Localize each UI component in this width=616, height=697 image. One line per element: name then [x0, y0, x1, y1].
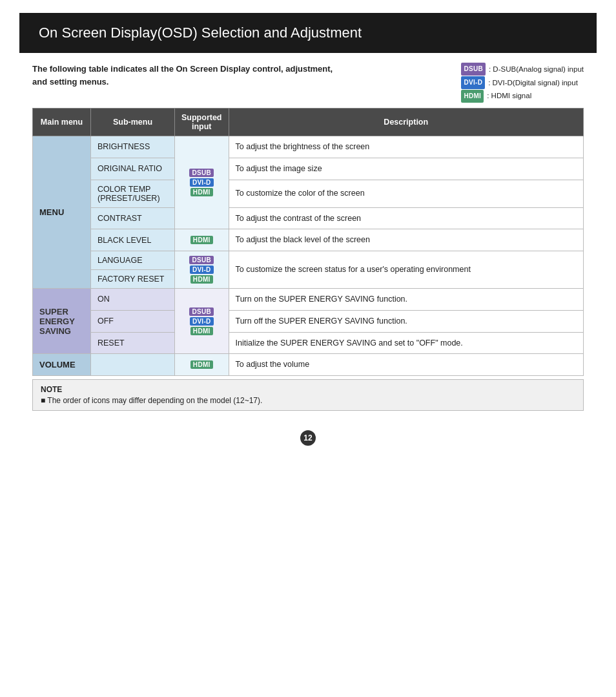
badge-hdmi: HDMI: [461, 90, 484, 103]
main-menu-menu: MENU: [33, 136, 91, 289]
main-menu-super-energy: SUPERENERGYSAVING: [33, 289, 91, 354]
badge-dvid-brightness: DVI-D: [190, 178, 214, 187]
legend-label-hdmi: : HDMI signal: [487, 89, 531, 103]
table-row: COLOR TEMP(PRESET/USER) To customize the…: [33, 180, 584, 207]
desc-ses-reset: Initialize the SUPER ENERGY SAVING and s…: [229, 332, 584, 354]
badge-dsub-brightness: DSUB: [189, 169, 214, 177]
page-title: On Screen Display(OSD) Selection and Adj…: [39, 25, 362, 41]
intro-legend-area: The following table indicates all the On…: [32, 63, 584, 103]
note-text: ■ The order of icons may differ dependin…: [41, 396, 575, 405]
col-header-main-menu: Main menu: [33, 109, 91, 136]
col-header-supported-input: Supported input: [175, 109, 229, 136]
badge-dsub-language: DSUB: [189, 256, 214, 264]
submenu-black-level: BLACK LEVEL: [91, 229, 175, 251]
table-row: RESET Initialize the SUPER ENERGY SAVING…: [33, 332, 584, 354]
desc-ses-on: Turn on the SUPER ENERGY SAVING function…: [229, 289, 584, 311]
table-row: SUPERENERGYSAVING ON DSUB DVI-D HDMI Tur…: [33, 289, 584, 311]
input-black-level: HDMI: [175, 229, 229, 251]
badge-hdmi-blacklevel: HDMI: [190, 236, 213, 244]
note-title: NOTE: [41, 385, 575, 394]
input-language-group: DSUB DVI-D HDMI: [175, 251, 229, 289]
badge-dvid: DVI-D: [461, 76, 485, 89]
desc-language-factory: To customize the screen status for a use…: [229, 251, 584, 289]
legend-item-dvid: DVI-D : DVI-D(Digital signal) input: [461, 76, 584, 90]
badge-hdmi-brightness: HDMI: [190, 188, 213, 196]
table-row: VOLUME HDMI To adjust the volume: [33, 354, 584, 376]
legend-label-dvid: : DVI-D(Digital signal) input: [488, 76, 578, 90]
submenu-language: LANGUAGE: [91, 251, 175, 270]
badge-dvid-ses: DVI-D: [190, 317, 214, 326]
page-number-area: 12: [0, 430, 616, 446]
input-brightness-group: DSUB DVI-D HDMI: [175, 136, 229, 229]
badge-hdmi-volume: HDMI: [190, 360, 213, 369]
submenu-contrast: CONTRAST: [91, 207, 175, 229]
desc-original-ratio: To adjust the image size: [229, 158, 584, 180]
submenu-factory-reset: FACTORY RESET: [91, 270, 175, 289]
page-number: 12: [300, 430, 316, 446]
submenu-original-ratio: ORIGINAL RATIO: [91, 158, 175, 180]
table-row: OFF Turn off the SUPER ENERGY SAVING fun…: [33, 310, 584, 332]
page-wrapper: On Screen Display(OSD) Selection and Adj…: [0, 13, 616, 697]
legend-item-dsub: DSUB : D-SUB(Analog signal) input: [461, 63, 584, 76]
badge-hdmi-language: HDMI: [190, 275, 213, 284]
osd-table: Main menu Sub-menu Supported input Descr…: [32, 108, 584, 376]
page-header: On Screen Display(OSD) Selection and Adj…: [19, 13, 597, 53]
submenu-color-temp: COLOR TEMP(PRESET/USER): [91, 180, 175, 207]
legend-item-hdmi: HDMI : HDMI signal: [461, 89, 584, 103]
intro-text: The following table indicates all the On…: [32, 63, 342, 88]
col-header-description: Description: [229, 109, 584, 136]
desc-contrast: To adjust the contrast of the screen: [229, 207, 584, 229]
input-volume: HDMI: [175, 354, 229, 376]
desc-color-temp: To customize the color of the screen: [229, 180, 584, 207]
table-row: ORIGINAL RATIO To adjust the image size: [33, 158, 584, 180]
desc-black-level: To adjust the black level of the screen: [229, 229, 584, 251]
desc-brightness: To adjust the brightness of the screen: [229, 136, 584, 158]
legend-label-dsub: : D-SUB(Analog signal) input: [489, 63, 584, 76]
submenu-brightness: BRIGHTNESS: [91, 136, 175, 158]
desc-ses-off: Turn off the SUPER ENERGY SAVING functio…: [229, 310, 584, 332]
table-row: MENU BRIGHTNESS DSUB DVI-D HDMI To adjus…: [33, 136, 584, 158]
badge-dsub: DSUB: [461, 63, 486, 76]
submenu-off: OFF: [91, 310, 175, 332]
submenu-on: ON: [91, 289, 175, 311]
input-super-energy-group: DSUB DVI-D HDMI: [175, 289, 229, 354]
col-header-sub-menu: Sub-menu: [91, 109, 175, 136]
submenu-reset: RESET: [91, 332, 175, 354]
note-section: NOTE ■ The order of icons may differ dep…: [32, 379, 584, 411]
desc-volume: To adjust the volume: [229, 354, 584, 376]
main-menu-volume: VOLUME: [33, 354, 91, 376]
badge-hdmi-ses: HDMI: [190, 327, 213, 335]
table-row: BLACK LEVEL HDMI To adjust the black lev…: [33, 229, 584, 251]
badge-dsub-ses: DSUB: [189, 307, 214, 316]
table-row: CONTRAST To adjust the contrast of the s…: [33, 207, 584, 229]
table-row: LANGUAGE DSUB DVI-D HDMI To customize th…: [33, 251, 584, 270]
legend-block: DSUB : D-SUB(Analog signal) input DVI-D …: [461, 63, 584, 103]
submenu-volume: [91, 354, 175, 376]
badge-dvid-language: DVI-D: [190, 265, 214, 274]
